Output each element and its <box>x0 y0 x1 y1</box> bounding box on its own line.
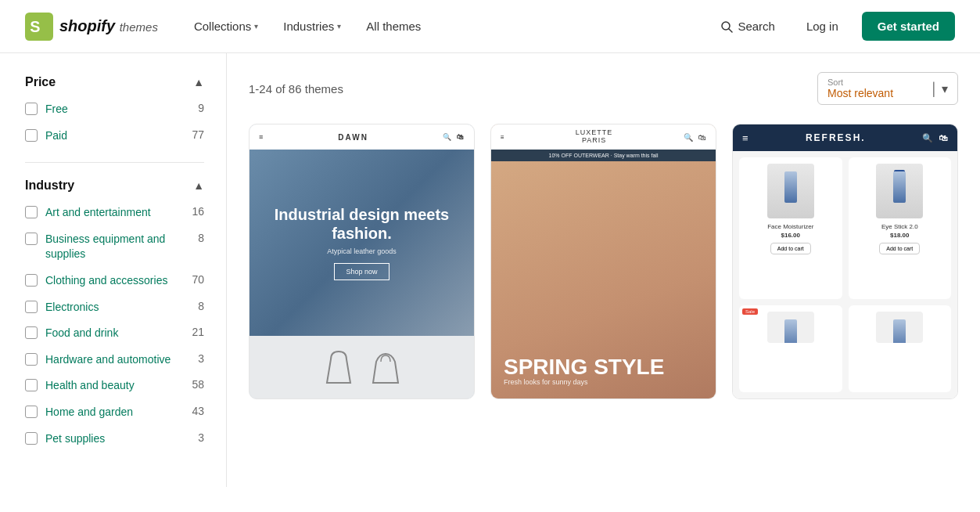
results-count: 1-24 of 86 themes <box>249 82 343 96</box>
price-paid-item[interactable]: Paid 77 <box>25 128 204 144</box>
logo-area[interactable]: S shopify themes <box>25 13 158 41</box>
refresh-product-1-add[interactable]: Add to cart <box>879 243 920 254</box>
logo-text: shopify themes <box>59 17 158 35</box>
refresh-product-2-img <box>767 312 814 343</box>
impulse-cart-icon: 🛍 <box>698 133 707 142</box>
dawn-info: Dawn Free Clothing and accessories Healt… <box>249 398 474 399</box>
industries-chevron-icon: ▾ <box>337 22 341 31</box>
dawn-search-icon: 🔍 <box>443 133 452 141</box>
refresh-product-1-img <box>876 164 923 218</box>
industry-business-item[interactable]: Business equipment and supplies 8 <box>25 232 204 262</box>
header-right: Search Log in Get started <box>713 12 955 41</box>
sort-labels: Sort Most relevant <box>827 78 893 99</box>
refresh-product-0-img <box>767 164 814 218</box>
content-area: 1-24 of 86 themes Sort Most relevant │ ▾… <box>227 53 980 487</box>
industry-health-label: Health and beauty <box>45 378 178 394</box>
refresh-product-3-img <box>876 312 923 343</box>
sort-control[interactable]: Sort Most relevant │ ▾ <box>817 72 958 105</box>
dawn-hero-btn[interactable]: Shop now <box>334 263 389 280</box>
industry-health-checkbox[interactable] <box>25 379 38 391</box>
main-layout: Price ▲ Free 9 Paid 77 Industry ▲ <box>0 53 980 487</box>
refresh-products-grid: Face Moisturizer $16.00 Add to cart Eye … <box>733 151 957 398</box>
industry-clothing-checkbox[interactable] <box>25 274 38 287</box>
theme-card-impulse[interactable]: ≡ LUXETTEPARIS 🔍 🛍 10% OFF OUTERWEAR · S… <box>490 124 716 399</box>
sidebar: Price ▲ Free 9 Paid 77 Industry ▲ <box>0 53 227 487</box>
theme-card-refresh[interactable]: ≡ REFRESH. 🔍 🛍 Face Moisturizer $16.00 A <box>732 124 958 399</box>
refresh-product-0-price: $16.00 <box>781 232 800 239</box>
industry-pet-count: 3 <box>192 431 204 444</box>
industry-food-label: Food and drink <box>45 326 178 341</box>
industry-clothing-item[interactable]: Clothing and accessories 70 <box>25 273 204 289</box>
nav-industries[interactable]: Industries ▾ <box>272 13 352 39</box>
price-free-checkbox[interactable] <box>25 103 38 115</box>
impulse-hero-title: SPRING STYLE <box>504 356 664 378</box>
industry-electronics-item[interactable]: Electronics 8 <box>25 300 204 315</box>
price-filter-section: Price ▲ Free 9 Paid 77 <box>25 75 204 143</box>
refresh-product-0: Face Moisturizer $16.00 Add to cart <box>739 157 842 299</box>
industry-clothing-label: Clothing and accessories <box>45 273 178 289</box>
price-paid-checkbox[interactable] <box>25 129 38 142</box>
header: S shopify themes Collections ▾ Industrie… <box>0 0 980 53</box>
search-icon <box>720 20 733 33</box>
nav-collections[interactable]: Collections ▾ <box>183 13 269 39</box>
industry-pet-checkbox[interactable] <box>25 432 38 445</box>
impulse-brand-label: LUXETTEPARIS <box>576 129 613 145</box>
theme-grid: ≡ Dawn 🔍 🛍 Industrial design meets fashi… <box>249 124 958 399</box>
svg-text:S: S <box>30 18 40 35</box>
industry-food-checkbox[interactable] <box>25 326 38 339</box>
industry-electronics-count: 8 <box>192 300 204 312</box>
industry-hardware-label: Hardware and automotive <box>45 352 184 368</box>
industry-art-count: 16 <box>185 205 204 218</box>
industry-business-checkbox[interactable] <box>25 233 38 245</box>
industry-art-item[interactable]: Art and entertainment 16 <box>25 205 204 221</box>
main-nav: Collections ▾ Industries ▾ All themes <box>183 13 707 39</box>
shopify-logo-icon: S <box>25 13 53 41</box>
refresh-product-0-add[interactable]: Add to cart <box>770 243 811 254</box>
industry-hardware-count: 3 <box>192 352 204 365</box>
industry-home-label: Home and garden <box>45 405 178 420</box>
industry-filter-header[interactable]: Industry ▲ <box>25 178 204 193</box>
impulse-search-icon: 🔍 <box>684 133 694 142</box>
dawn-bag-1-icon <box>323 348 354 387</box>
search-button[interactable]: Search <box>713 15 783 38</box>
refresh-product-1: Eye Stick 2.0 $18.00 Add to cart <box>849 157 952 299</box>
industry-hardware-checkbox[interactable] <box>25 353 38 366</box>
dawn-bag-2-icon <box>370 348 401 387</box>
refresh-product-1-price: $18.00 <box>890 232 909 239</box>
theme-card-dawn[interactable]: ≡ Dawn 🔍 🛍 Industrial design meets fashi… <box>249 124 475 399</box>
dawn-nav-menu-icon: ≡ <box>259 133 264 141</box>
price-filter-header[interactable]: Price ▲ <box>25 75 204 89</box>
industry-food-count: 21 <box>185 326 204 338</box>
industry-filter-title: Industry <box>25 178 74 193</box>
dawn-nav-icons: 🔍 🛍 <box>443 133 465 141</box>
price-free-label: Free <box>45 102 184 117</box>
refresh-search-icon: 🔍 <box>922 133 934 143</box>
industry-art-label: Art and entertainment <box>45 205 178 221</box>
svg-line-3 <box>729 29 732 32</box>
price-free-item[interactable]: Free 9 <box>25 102 204 117</box>
industry-food-item[interactable]: Food and drink 21 <box>25 326 204 341</box>
impulse-nav-bar: ≡ LUXETTEPARIS 🔍 🛍 <box>491 124 716 150</box>
dawn-nav-bar: ≡ Dawn 🔍 🛍 <box>249 124 474 150</box>
refresh-brand-label: REFRESH. <box>806 132 866 143</box>
nav-all-themes[interactable]: All themes <box>355 13 432 39</box>
get-started-button[interactable]: Get started <box>862 12 955 41</box>
industry-business-label: Business equipment and supplies <box>45 232 184 262</box>
industry-health-item[interactable]: Health and beauty 58 <box>25 378 204 394</box>
industry-filter-toggle-icon: ▲ <box>193 179 204 192</box>
industry-home-item[interactable]: Home and garden 43 <box>25 405 204 420</box>
dawn-hero: Industrial design meets fashion. Atypica… <box>249 150 474 336</box>
refresh-product-1-name: Eye Stick 2.0 <box>881 223 918 230</box>
industry-art-checkbox[interactable] <box>25 206 38 218</box>
industry-home-checkbox[interactable] <box>25 406 38 418</box>
industry-electronics-checkbox[interactable] <box>25 301 38 313</box>
login-button[interactable]: Log in <box>795 13 849 39</box>
refresh-product-0-name: Face Moisturizer <box>767 223 813 230</box>
refresh-nav-icons: 🔍 🛍 <box>922 133 948 143</box>
industry-hardware-item[interactable]: Hardware and automotive 3 <box>25 352 204 368</box>
refresh-info: Refresh Free Health and beauty Small cat… <box>733 398 957 399</box>
price-paid-label: Paid <box>45 128 178 144</box>
impulse-preview: ≡ LUXETTEPARIS 🔍 🛍 10% OFF OUTERWEAR · S… <box>491 124 716 398</box>
industry-pet-item[interactable]: Pet supplies 3 <box>25 431 204 447</box>
refresh-nav-menu-icon: ≡ <box>742 132 749 144</box>
